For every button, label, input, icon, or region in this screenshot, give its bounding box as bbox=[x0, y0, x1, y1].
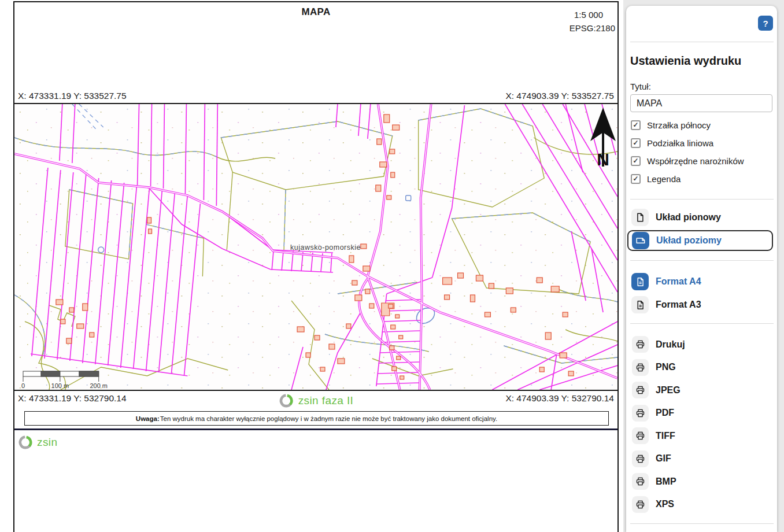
checkbox-icon[interactable] bbox=[631, 156, 641, 166]
export-label: PDF bbox=[656, 408, 674, 418]
print-title: MAPA bbox=[14, 6, 617, 18]
zsin-logo-icon bbox=[18, 435, 33, 450]
printer-icon bbox=[632, 336, 649, 353]
printer-icon bbox=[632, 359, 649, 376]
zsin-brand: zsin bbox=[18, 435, 614, 450]
export-label: JPEG bbox=[656, 385, 681, 396]
printer-icon bbox=[632, 427, 649, 444]
divider bbox=[630, 260, 774, 261]
checkbox-icon[interactable] bbox=[631, 138, 641, 148]
checkbox-label: Legenda bbox=[647, 174, 681, 184]
checkbox-label: Podziałka liniowa bbox=[647, 138, 713, 148]
checkbox-legend[interactable]: Legenda bbox=[631, 172, 774, 186]
printer-icon bbox=[632, 496, 649, 513]
corner-coord-top-right: X: 474903.39 Y: 533527.75 bbox=[505, 91, 614, 101]
watermark-text: zsin faza II bbox=[298, 394, 354, 407]
divider bbox=[630, 323, 774, 324]
format-a4-button[interactable]: Format A4 bbox=[631, 271, 701, 292]
brand-text: zsin bbox=[37, 436, 57, 449]
help-button[interactable]: ? bbox=[758, 16, 773, 31]
portrait-page-icon bbox=[631, 209, 649, 226]
epsg-code: EPSG:2180 bbox=[569, 21, 615, 35]
map-preview: kujawsko-pomorskie N 0 100 m 200 m bbox=[14, 103, 617, 391]
export-png-button[interactable]: PNG bbox=[632, 359, 685, 376]
export-label: XPS bbox=[656, 499, 674, 509]
document-icon bbox=[631, 296, 649, 313]
zsin-logo-icon bbox=[279, 393, 294, 408]
checkbox-label: Strzałka północy bbox=[647, 120, 711, 130]
region-label: kujawsko-pomorskie bbox=[290, 243, 361, 252]
landscape-page-icon bbox=[632, 232, 649, 249]
export-xps-button[interactable]: XPS bbox=[632, 496, 685, 513]
checkbox-label: Współrzędne narożników bbox=[647, 156, 744, 166]
printer-icon bbox=[632, 405, 649, 422]
export-pdf-button[interactable]: PDF bbox=[632, 405, 685, 422]
divider bbox=[630, 42, 774, 42]
checkbox-icon[interactable] bbox=[631, 120, 641, 130]
export-jpeg-button[interactable]: JPEG bbox=[632, 382, 685, 398]
map-scale: 1:5 000 bbox=[569, 8, 615, 21]
app: MAPA 1:5 000 EPSG:2180 X: 473331.19 Y: 5… bbox=[0, 0, 784, 532]
warning-box: Uwaga: Ten wydruk ma charakter wyłącznie… bbox=[24, 411, 609, 426]
divider bbox=[630, 199, 774, 200]
page-extra: zsin bbox=[14, 430, 617, 455]
north-label: N bbox=[597, 150, 609, 169]
corner-coord-bottom-right: X: 474903.39 Y: 532790.14 bbox=[505, 393, 614, 404]
scalebar-tick-200: 200 m bbox=[90, 382, 107, 389]
corner-coord-bottom-left: X: 473331.19 Y: 532790.14 bbox=[18, 393, 127, 404]
format-a4-label: Format A4 bbox=[656, 276, 701, 287]
layout-portrait-label: Układ pionowy bbox=[656, 212, 721, 223]
panel-heading: Ustawienia wydruku bbox=[630, 54, 741, 68]
printer-icon bbox=[632, 450, 649, 467]
print-options: Strzałka północy Podziałka liniowa Współ… bbox=[631, 118, 774, 186]
zsin-watermark: zsin faza II bbox=[279, 393, 354, 408]
scale-info: 1:5 000 EPSG:2180 bbox=[569, 8, 615, 35]
export-label: PNG bbox=[656, 362, 676, 372]
checkbox-north-arrow[interactable]: Strzałka północy bbox=[631, 118, 774, 132]
export-label: BMP bbox=[656, 476, 676, 487]
export-label: Drukuj bbox=[656, 339, 685, 350]
export-label: TIFF bbox=[656, 431, 675, 441]
warning-bold: Uwaga: bbox=[136, 415, 160, 422]
document-icon bbox=[631, 273, 649, 290]
export-tiff-button[interactable]: TIFF bbox=[632, 427, 685, 444]
print-button[interactable]: Drukuj bbox=[632, 336, 685, 353]
layout-landscape-label: Układ poziomy bbox=[656, 235, 722, 246]
export-label: GIF bbox=[656, 453, 671, 464]
format-a3-label: Format A3 bbox=[656, 300, 701, 310]
scalebar-tick-100: 100 m bbox=[51, 382, 69, 389]
scalebar-tick-0: 0 bbox=[21, 382, 25, 389]
checkbox-icon[interactable] bbox=[631, 174, 641, 184]
print-settings-panel: ? Ustawienia wydruku Tytuł: Strzałka pół… bbox=[626, 6, 777, 532]
title-input[interactable] bbox=[630, 94, 772, 112]
print-header: MAPA 1:5 000 EPSG:2180 X: 473331.19 Y: 5… bbox=[14, 2, 617, 103]
export-gif-button[interactable]: GIF bbox=[632, 450, 685, 467]
print-footer: X: 473331.19 Y: 532790.14 X: 474903.39 Y… bbox=[14, 391, 617, 430]
printer-icon bbox=[632, 382, 649, 398]
print-preview-page: MAPA 1:5 000 EPSG:2180 X: 473331.19 Y: 5… bbox=[13, 1, 619, 532]
checkbox-corner-coordinates[interactable]: Współrzędne narożników bbox=[631, 154, 774, 168]
cadastral-map: kujawsko-pomorskie N 0 100 m 200 m bbox=[14, 104, 617, 390]
export-buttons: Drukuj PNG JPEG bbox=[632, 336, 685, 519]
divider bbox=[630, 523, 774, 524]
title-field-label: Tytuł: bbox=[630, 82, 651, 91]
layout-portrait-button[interactable]: Układ pionowy bbox=[631, 207, 721, 228]
corner-coord-top-left: X: 473331.19 Y: 533527.75 bbox=[18, 91, 127, 101]
warning-text: Ten wydruk ma charakter wyłącznie pogląd… bbox=[160, 415, 497, 422]
checkbox-scalebar[interactable]: Podziałka liniowa bbox=[631, 136, 774, 150]
layout-landscape-button[interactable]: Układ poziomy bbox=[627, 230, 773, 251]
export-bmp-button[interactable]: BMP bbox=[632, 473, 685, 490]
printer-icon bbox=[632, 473, 649, 490]
format-a3-button[interactable]: Format A3 bbox=[631, 294, 701, 315]
